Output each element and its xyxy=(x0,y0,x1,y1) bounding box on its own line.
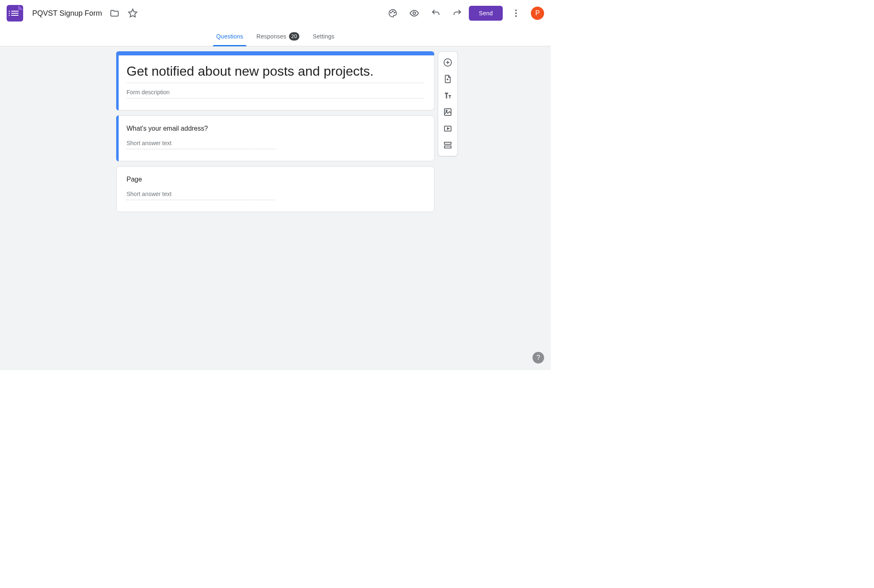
send-button[interactable]: Send xyxy=(469,6,503,21)
customize-theme-button[interactable] xyxy=(384,5,401,22)
svg-point-5 xyxy=(515,10,517,11)
svg-point-6 xyxy=(515,12,517,14)
short-answer-placeholder: Short answer text xyxy=(127,140,275,149)
star-icon xyxy=(128,8,138,18)
folder-icon xyxy=(110,8,119,18)
add-title-button[interactable] xyxy=(440,88,455,103)
question-toolbar xyxy=(438,51,458,156)
account-avatar[interactable]: P xyxy=(531,7,544,20)
video-icon xyxy=(443,124,453,134)
import-questions-button[interactable] xyxy=(440,72,455,86)
svg-point-12 xyxy=(446,110,447,112)
question-card[interactable]: Page Short answer text xyxy=(116,166,435,212)
form-header-card[interactable]: Get notified about new posts and project… xyxy=(116,51,435,110)
svg-point-7 xyxy=(515,15,517,17)
question-title[interactable]: Page xyxy=(127,176,424,183)
forms-logo[interactable] xyxy=(7,5,23,22)
add-circle-icon xyxy=(443,57,453,67)
svg-rect-15 xyxy=(444,142,451,144)
editor-tabs: Questions Responses 20 Settings xyxy=(0,26,551,46)
tab-responses-label: Responses xyxy=(256,33,286,40)
import-file-icon xyxy=(443,74,453,84)
add-video-button[interactable] xyxy=(440,121,455,136)
svg-point-1 xyxy=(391,12,392,13)
document-title[interactable]: PQVST Signup Form xyxy=(30,7,105,19)
svg-rect-16 xyxy=(444,146,451,148)
forms-logo-lines xyxy=(11,11,19,16)
redo-button[interactable] xyxy=(449,5,466,22)
form-title-input[interactable]: Get notified about new posts and project… xyxy=(127,63,424,83)
responses-count-badge: 20 xyxy=(289,32,300,41)
image-icon xyxy=(443,107,453,117)
more-vert-icon xyxy=(511,8,521,18)
help-button[interactable]: ? xyxy=(533,352,544,363)
tab-settings[interactable]: Settings xyxy=(313,26,334,46)
undo-icon xyxy=(431,8,441,18)
short-answer-placeholder: Short answer text xyxy=(127,191,275,200)
svg-point-3 xyxy=(394,12,395,13)
more-options-button[interactable] xyxy=(508,5,524,22)
svg-point-2 xyxy=(392,11,393,12)
form-wrapper: Get notified about new posts and project… xyxy=(116,51,435,212)
text-title-icon xyxy=(443,91,453,100)
tab-responses[interactable]: Responses 20 xyxy=(256,26,299,46)
preview-button[interactable] xyxy=(406,5,423,22)
palette-icon xyxy=(388,8,398,18)
svg-point-4 xyxy=(413,12,416,14)
app-header: PQVST Signup Form Send P xyxy=(0,0,551,26)
svg-marker-14 xyxy=(447,128,449,129)
add-section-button[interactable] xyxy=(440,138,455,153)
eye-icon xyxy=(409,8,419,18)
move-to-folder-button[interactable] xyxy=(106,5,123,22)
form-description-input[interactable]: Form description xyxy=(127,86,424,98)
section-icon xyxy=(443,140,453,150)
star-button[interactable] xyxy=(124,5,141,22)
tab-questions[interactable]: Questions xyxy=(216,26,243,46)
question-title[interactable]: What's your email address? xyxy=(127,125,424,132)
question-card[interactable]: What's your email address? Short answer … xyxy=(116,115,435,161)
form-canvas: Get notified about new posts and project… xyxy=(0,46,551,370)
redo-icon xyxy=(452,8,462,18)
add-image-button[interactable] xyxy=(440,105,455,120)
add-question-button[interactable] xyxy=(440,55,455,70)
undo-button[interactable] xyxy=(427,5,444,22)
svg-marker-0 xyxy=(129,9,137,17)
